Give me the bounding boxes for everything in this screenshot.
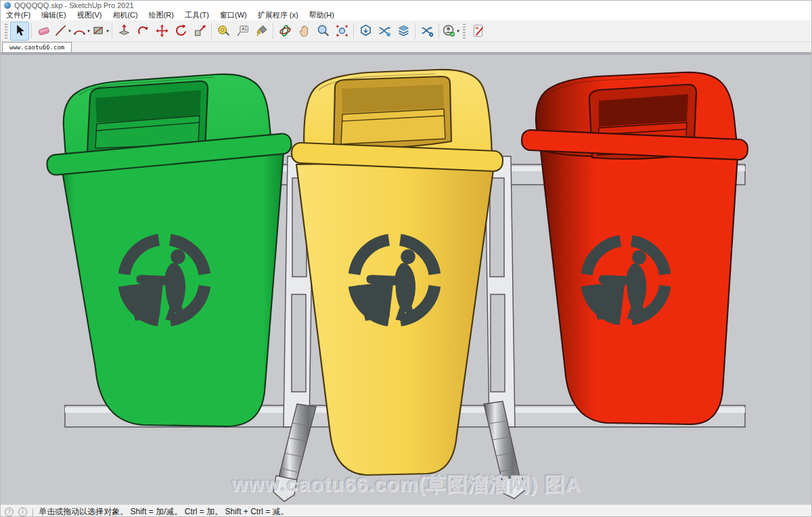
scene-tab-bar: www.caotu66.com — [1, 42, 811, 55]
yellow-bin-body — [296, 160, 495, 475]
extension-warehouse-icon — [359, 24, 373, 38]
paint-bucket-icon — [254, 24, 269, 38]
menu-item-view[interactable]: 视图(V) — [72, 10, 108, 20]
menu-bar: 文件(F) 编辑(E) 视图(V) 相机(C) 绘图(R) 工具(T) 窗口(W… — [1, 10, 811, 20]
account-dropdown-caret[interactable]: ▾ — [457, 28, 459, 34]
tool-paint-bucket-button[interactable] — [252, 22, 271, 41]
pushpull-tool-icon — [117, 24, 131, 38]
extension-manager-icon — [420, 24, 434, 38]
status-separator: | — [32, 507, 34, 516]
window-title: QQQQQQ.skp - SketchUp Pro 2021 — [14, 1, 134, 9]
menu-item-help[interactable]: 帮助(H) — [304, 10, 340, 20]
tool-move-button[interactable] — [152, 22, 171, 41]
pan-tool-icon — [297, 24, 311, 38]
svg-text:rb: rb — [475, 26, 478, 30]
yellow-lid-flap — [341, 109, 445, 144]
3d-viewport[interactable]: www.caotu66.com(草图溜溜网) 图A — [1, 55, 811, 504]
green-bin[interactable] — [46, 74, 292, 426]
tape-measure-icon — [217, 24, 231, 38]
extension-manager-button[interactable] — [418, 22, 436, 41]
svg-text:A1: A1 — [242, 26, 247, 31]
tool-text-button[interactable]: A1 — [233, 22, 252, 41]
line-tool-icon — [53, 24, 68, 38]
arc-tool-icon — [72, 24, 87, 38]
exchange-arrows-icon — [378, 24, 392, 38]
stand-foot-right — [501, 476, 524, 499]
tool-line-button[interactable]: ▾ — [53, 22, 72, 41]
stand-post-left-cutout-bottom — [292, 294, 306, 392]
extension-warehouse-button[interactable] — [356, 22, 375, 41]
tool-tape-measure-button[interactable] — [214, 22, 233, 41]
stand-post-right-cutout-bottom — [491, 294, 505, 392]
account-button[interactable]: ▾ — [441, 22, 460, 41]
tool-pan-button[interactable] — [294, 22, 313, 41]
tool-rotate-button[interactable] — [171, 22, 190, 41]
line-tool-dropdown-caret[interactable]: ▾ — [68, 28, 71, 34]
text-tool-icon: A1 — [235, 24, 250, 38]
layers-stack-icon — [397, 24, 411, 38]
tool-scale-button[interactable] — [190, 22, 209, 41]
move-tool-icon — [155, 24, 169, 38]
menu-item-draw[interactable]: 绘图(R) — [143, 10, 179, 20]
exchange-button[interactable] — [375, 22, 394, 41]
menu-item-edit[interactable]: 编辑(E) — [36, 10, 72, 20]
stand-post-right-cutout-top — [490, 178, 504, 277]
tool-eraser-button[interactable] — [34, 22, 53, 41]
toolbar-grip[interactable] — [5, 24, 7, 39]
ruby-console-icon: rb — [471, 24, 485, 38]
model-scene — [1, 55, 811, 504]
sketchup-window: QQQQQQ.skp - SketchUp Pro 2021 文件(F) 编辑(… — [0, 0, 812, 517]
select-tool-icon — [13, 24, 27, 38]
tool-rectangle-button[interactable]: ▾ — [91, 22, 110, 41]
toolbar-grip-2[interactable] — [463, 24, 466, 39]
rectangle-tool-dropdown-caret[interactable]: ▾ — [106, 28, 109, 34]
rotate-tool-icon — [174, 24, 188, 38]
tool-orbit-button[interactable] — [275, 22, 294, 41]
orbit-tool-icon — [278, 24, 292, 38]
geolocation-status-icon[interactable]: ? — [5, 508, 14, 516]
ruby-console-button[interactable]: rb — [468, 22, 487, 41]
menu-item-window[interactable]: 窗口(W) — [215, 10, 252, 20]
tool-followme-button[interactable] — [133, 22, 152, 41]
zoom-tool-icon — [316, 24, 330, 38]
menu-item-extensions[interactable]: 扩展程序 (x) — [252, 10, 304, 20]
main-toolbar: ▾ ▾ ▾ A1 ▾ rb — [1, 20, 811, 42]
tool-zoom-extents-button[interactable] — [332, 22, 351, 41]
stand-foot-left — [273, 476, 297, 501]
tool-zoom-button[interactable] — [313, 22, 332, 41]
menu-item-camera[interactable]: 相机(C) — [107, 10, 143, 20]
followme-tool-icon — [136, 24, 150, 38]
red-bin[interactable] — [521, 72, 748, 424]
credits-status-icon[interactable]: i — [18, 508, 27, 516]
layers-button[interactable] — [394, 22, 413, 41]
status-bar: ? i | 单击或拖动以选择对象。 Shift = 加/减。 Ctrl = 加。… — [1, 504, 811, 517]
tool-pushpull-button[interactable] — [114, 22, 133, 41]
rectangle-tool-icon — [91, 24, 106, 38]
menu-item-file[interactable]: 文件(F) — [1, 10, 36, 20]
scale-tool-icon — [193, 24, 207, 38]
eraser-tool-icon — [37, 24, 51, 38]
title-bar: QQQQQQ.skp - SketchUp Pro 2021 — [1, 1, 811, 10]
account-icon — [442, 24, 456, 38]
arc-tool-dropdown-caret[interactable]: ▾ — [87, 28, 90, 34]
tool-arc-button[interactable]: ▾ — [72, 22, 91, 41]
status-hint-text: 单击或拖动以选择对象。 Shift = 加/减。 Ctrl = 加。 Shift… — [39, 506, 288, 517]
scene-tab-caotu66[interactable]: www.caotu66.com — [2, 42, 72, 52]
sketchup-logo-icon — [4, 2, 11, 9]
menu-item-tools[interactable]: 工具(T) — [179, 10, 215, 20]
zoom-extents-icon — [335, 24, 349, 38]
tool-select-button[interactable] — [10, 22, 29, 41]
